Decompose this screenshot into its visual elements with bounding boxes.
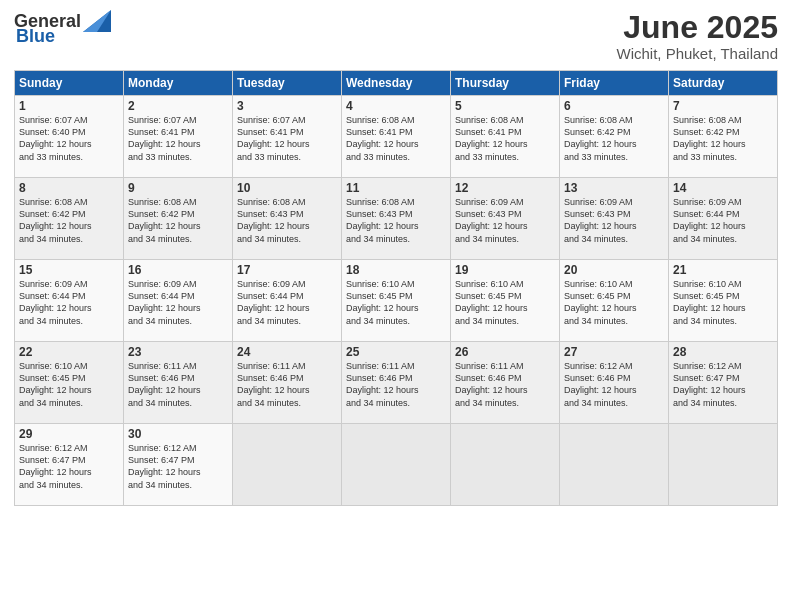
- day-detail: Sunrise: 6:09 AMSunset: 6:44 PMDaylight:…: [237, 278, 337, 327]
- day-detail: Sunrise: 6:09 AMSunset: 6:44 PMDaylight:…: [673, 196, 773, 245]
- day-cell: 30Sunrise: 6:12 AMSunset: 6:47 PMDayligh…: [124, 424, 233, 506]
- day-detail: Sunrise: 6:07 AMSunset: 6:41 PMDaylight:…: [237, 114, 337, 163]
- day-number: 3: [237, 99, 337, 113]
- day-cell: 6Sunrise: 6:08 AMSunset: 6:42 PMDaylight…: [560, 96, 669, 178]
- day-cell: 14Sunrise: 6:09 AMSunset: 6:44 PMDayligh…: [669, 178, 778, 260]
- day-detail: Sunrise: 6:09 AMSunset: 6:43 PMDaylight:…: [455, 196, 555, 245]
- header-monday: Monday: [124, 71, 233, 96]
- day-number: 6: [564, 99, 664, 113]
- day-detail: Sunrise: 6:08 AMSunset: 6:41 PMDaylight:…: [346, 114, 446, 163]
- day-detail: Sunrise: 6:08 AMSunset: 6:43 PMDaylight:…: [346, 196, 446, 245]
- day-number: 26: [455, 345, 555, 359]
- day-detail: Sunrise: 6:08 AMSunset: 6:43 PMDaylight:…: [237, 196, 337, 245]
- day-cell: 26Sunrise: 6:11 AMSunset: 6:46 PMDayligh…: [451, 342, 560, 424]
- week-row-3: 22Sunrise: 6:10 AMSunset: 6:45 PMDayligh…: [15, 342, 778, 424]
- day-number: 30: [128, 427, 228, 441]
- day-detail: Sunrise: 6:12 AMSunset: 6:46 PMDaylight:…: [564, 360, 664, 409]
- day-cell: 1Sunrise: 6:07 AMSunset: 6:40 PMDaylight…: [15, 96, 124, 178]
- day-detail: Sunrise: 6:08 AMSunset: 6:42 PMDaylight:…: [564, 114, 664, 163]
- day-cell: 16Sunrise: 6:09 AMSunset: 6:44 PMDayligh…: [124, 260, 233, 342]
- day-cell: 21Sunrise: 6:10 AMSunset: 6:45 PMDayligh…: [669, 260, 778, 342]
- day-detail: Sunrise: 6:08 AMSunset: 6:42 PMDaylight:…: [19, 196, 119, 245]
- day-cell: 13Sunrise: 6:09 AMSunset: 6:43 PMDayligh…: [560, 178, 669, 260]
- day-number: 13: [564, 181, 664, 195]
- day-detail: Sunrise: 6:09 AMSunset: 6:43 PMDaylight:…: [564, 196, 664, 245]
- day-cell: [451, 424, 560, 506]
- day-number: 21: [673, 263, 773, 277]
- day-number: 24: [237, 345, 337, 359]
- day-detail: Sunrise: 6:07 AMSunset: 6:40 PMDaylight:…: [19, 114, 119, 163]
- day-number: 18: [346, 263, 446, 277]
- day-cell: 29Sunrise: 6:12 AMSunset: 6:47 PMDayligh…: [15, 424, 124, 506]
- day-number: 28: [673, 345, 773, 359]
- header-wednesday: Wednesday: [342, 71, 451, 96]
- day-cell: 28Sunrise: 6:12 AMSunset: 6:47 PMDayligh…: [669, 342, 778, 424]
- header-tuesday: Tuesday: [233, 71, 342, 96]
- day-cell: [669, 424, 778, 506]
- day-cell: 8Sunrise: 6:08 AMSunset: 6:42 PMDaylight…: [15, 178, 124, 260]
- header-thursday: Thursday: [451, 71, 560, 96]
- day-detail: Sunrise: 6:08 AMSunset: 6:41 PMDaylight:…: [455, 114, 555, 163]
- day-detail: Sunrise: 6:08 AMSunset: 6:42 PMDaylight:…: [128, 196, 228, 245]
- day-number: 29: [19, 427, 119, 441]
- day-number: 8: [19, 181, 119, 195]
- day-number: 4: [346, 99, 446, 113]
- day-cell: 11Sunrise: 6:08 AMSunset: 6:43 PMDayligh…: [342, 178, 451, 260]
- day-number: 11: [346, 181, 446, 195]
- day-detail: Sunrise: 6:12 AMSunset: 6:47 PMDaylight:…: [128, 442, 228, 491]
- day-number: 16: [128, 263, 228, 277]
- day-number: 19: [455, 263, 555, 277]
- day-detail: Sunrise: 6:11 AMSunset: 6:46 PMDaylight:…: [237, 360, 337, 409]
- header-sunday: Sunday: [15, 71, 124, 96]
- day-detail: Sunrise: 6:10 AMSunset: 6:45 PMDaylight:…: [564, 278, 664, 327]
- day-detail: Sunrise: 6:09 AMSunset: 6:44 PMDaylight:…: [19, 278, 119, 327]
- day-cell: 10Sunrise: 6:08 AMSunset: 6:43 PMDayligh…: [233, 178, 342, 260]
- day-number: 20: [564, 263, 664, 277]
- day-detail: Sunrise: 6:11 AMSunset: 6:46 PMDaylight:…: [346, 360, 446, 409]
- logo-blue: Blue: [16, 26, 55, 47]
- day-number: 9: [128, 181, 228, 195]
- day-cell: 17Sunrise: 6:09 AMSunset: 6:44 PMDayligh…: [233, 260, 342, 342]
- day-cell: 15Sunrise: 6:09 AMSunset: 6:44 PMDayligh…: [15, 260, 124, 342]
- day-cell: [233, 424, 342, 506]
- week-row-2: 15Sunrise: 6:09 AMSunset: 6:44 PMDayligh…: [15, 260, 778, 342]
- day-cell: 9Sunrise: 6:08 AMSunset: 6:42 PMDaylight…: [124, 178, 233, 260]
- week-row-4: 29Sunrise: 6:12 AMSunset: 6:47 PMDayligh…: [15, 424, 778, 506]
- day-cell: 12Sunrise: 6:09 AMSunset: 6:43 PMDayligh…: [451, 178, 560, 260]
- day-cell: 22Sunrise: 6:10 AMSunset: 6:45 PMDayligh…: [15, 342, 124, 424]
- day-number: 7: [673, 99, 773, 113]
- week-row-1: 8Sunrise: 6:08 AMSunset: 6:42 PMDaylight…: [15, 178, 778, 260]
- day-cell: 5Sunrise: 6:08 AMSunset: 6:41 PMDaylight…: [451, 96, 560, 178]
- day-number: 14: [673, 181, 773, 195]
- day-number: 2: [128, 99, 228, 113]
- day-detail: Sunrise: 6:09 AMSunset: 6:44 PMDaylight:…: [128, 278, 228, 327]
- page-container: General Blue June 2025 Wichit, Phuket, T…: [0, 0, 792, 516]
- day-number: 15: [19, 263, 119, 277]
- title-block: June 2025 Wichit, Phuket, Thailand: [617, 10, 778, 62]
- day-number: 25: [346, 345, 446, 359]
- day-detail: Sunrise: 6:11 AMSunset: 6:46 PMDaylight:…: [128, 360, 228, 409]
- day-number: 10: [237, 181, 337, 195]
- day-detail: Sunrise: 6:10 AMSunset: 6:45 PMDaylight:…: [346, 278, 446, 327]
- day-cell: 2Sunrise: 6:07 AMSunset: 6:41 PMDaylight…: [124, 96, 233, 178]
- day-detail: Sunrise: 6:12 AMSunset: 6:47 PMDaylight:…: [19, 442, 119, 491]
- day-number: 12: [455, 181, 555, 195]
- day-number: 23: [128, 345, 228, 359]
- day-cell: 24Sunrise: 6:11 AMSunset: 6:46 PMDayligh…: [233, 342, 342, 424]
- main-title: June 2025: [617, 10, 778, 45]
- day-detail: Sunrise: 6:07 AMSunset: 6:41 PMDaylight:…: [128, 114, 228, 163]
- day-number: 5: [455, 99, 555, 113]
- day-detail: Sunrise: 6:08 AMSunset: 6:42 PMDaylight:…: [673, 114, 773, 163]
- day-cell: 27Sunrise: 6:12 AMSunset: 6:46 PMDayligh…: [560, 342, 669, 424]
- subtitle: Wichit, Phuket, Thailand: [617, 45, 778, 62]
- day-number: 22: [19, 345, 119, 359]
- header-saturday: Saturday: [669, 71, 778, 96]
- calendar-table: SundayMondayTuesdayWednesdayThursdayFrid…: [14, 70, 778, 506]
- day-cell: 20Sunrise: 6:10 AMSunset: 6:45 PMDayligh…: [560, 260, 669, 342]
- day-detail: Sunrise: 6:10 AMSunset: 6:45 PMDaylight:…: [673, 278, 773, 327]
- day-cell: 3Sunrise: 6:07 AMSunset: 6:41 PMDaylight…: [233, 96, 342, 178]
- day-detail: Sunrise: 6:10 AMSunset: 6:45 PMDaylight:…: [19, 360, 119, 409]
- header-row-days: SundayMondayTuesdayWednesdayThursdayFrid…: [15, 71, 778, 96]
- logo: General Blue: [14, 10, 111, 47]
- logo-icon: [83, 10, 111, 32]
